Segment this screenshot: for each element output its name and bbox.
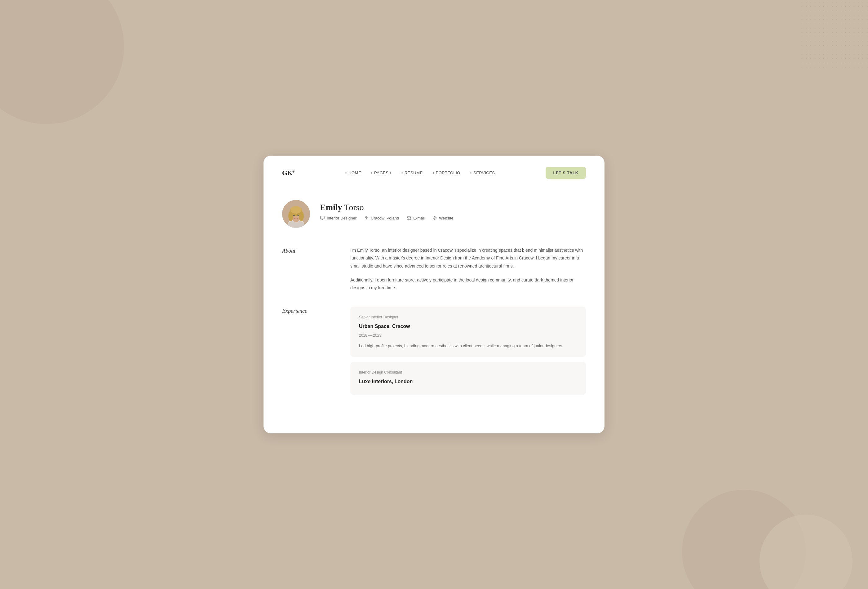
bg-decoration-1 — [0, 0, 124, 124]
email-icon — [406, 216, 411, 220]
navigation: GK® HOME PAGES ▾ RESUME — [264, 156, 604, 187]
meta-role: Interior Designer — [320, 216, 356, 220]
nav-link-resume[interactable]: RESUME — [402, 170, 423, 175]
experience-section: Experience Senior Interior Designer Urba… — [282, 307, 586, 400]
exp-role-2: Interior Design Consultant — [359, 369, 577, 376]
nav-item-home[interactable]: HOME — [345, 170, 361, 175]
nav-link-home[interactable]: HOME — [345, 170, 361, 175]
nav-link-services[interactable]: SERVICES — [470, 170, 495, 175]
nav-link-pages[interactable]: PAGES ▾ — [371, 170, 391, 175]
svg-rect-19 — [407, 217, 411, 220]
profile-meta: Interior Designer Cracow, Poland — [320, 216, 453, 220]
exp-role-1: Senior Interior Designer — [359, 314, 577, 321]
nav-dot-services — [470, 172, 471, 174]
nav-dot-portfolio — [433, 172, 434, 174]
experience-label: Experience — [282, 307, 344, 400]
location-icon — [364, 216, 369, 220]
exp-desc-1: Led high-profile projects, blending mode… — [359, 342, 577, 349]
nav-item-pages[interactable]: PAGES ▾ — [371, 170, 391, 175]
svg-point-8 — [291, 206, 302, 214]
svg-line-20 — [434, 218, 435, 218]
about-content: I'm Emily Torso, an interior designer ba… — [350, 247, 586, 292]
main-content: Emily Torso Interior Designer — [264, 187, 604, 433]
link-icon — [432, 216, 437, 220]
meta-email[interactable]: E-mail — [406, 216, 425, 220]
profile-section: Emily Torso Interior Designer — [282, 200, 586, 228]
exp-company-1: Urban Space, Cracow — [359, 322, 577, 331]
svg-rect-14 — [320, 216, 324, 219]
nav-link-portfolio[interactable]: PORTFOLIO — [433, 170, 461, 175]
bg-dots-pattern — [800, 0, 868, 68]
svg-point-13 — [296, 217, 297, 217]
logo: GK® — [282, 169, 294, 177]
experience-card-2: Interior Design Consultant Luxe Interior… — [350, 362, 586, 395]
profile-info: Emily Torso Interior Designer — [320, 200, 453, 220]
lets-talk-button[interactable]: LET'S TALK — [546, 167, 586, 179]
nav-links: HOME PAGES ▾ RESUME PORTFOLIO — [345, 170, 495, 175]
avatar — [282, 200, 310, 228]
avatar-image — [282, 200, 310, 228]
monitor-icon — [320, 216, 325, 220]
meta-location: Cracow, Poland — [364, 216, 399, 220]
meta-website[interactable]: Website — [432, 216, 453, 220]
exp-years-1: 2018 — 2023 — [359, 332, 577, 339]
nav-item-services[interactable]: SERVICES — [470, 170, 495, 175]
experience-content: Senior Interior Designer Urban Space, Cr… — [350, 307, 586, 400]
nav-item-resume[interactable]: RESUME — [402, 170, 423, 175]
about-label: About — [282, 247, 344, 292]
nav-dot-home — [345, 172, 347, 174]
svg-point-18 — [366, 217, 367, 218]
exp-company-2: Luxe Interiors, London — [359, 377, 577, 386]
nav-dot-resume — [402, 172, 403, 174]
nav-dot-pages — [371, 172, 372, 174]
avatar-wrapper — [282, 200, 310, 228]
nav-item-portfolio[interactable]: PORTFOLIO — [433, 170, 461, 175]
svg-point-12 — [298, 215, 298, 216]
svg-point-11 — [294, 215, 294, 216]
profile-name: Emily Torso — [320, 202, 453, 213]
about-section: About I'm Emily Torso, an interior desig… — [282, 247, 586, 292]
experience-card-1: Senior Interior Designer Urban Space, Cr… — [350, 307, 586, 357]
chevron-down-icon: ▾ — [390, 171, 391, 174]
app-window: GK® HOME PAGES ▾ RESUME — [264, 156, 604, 433]
